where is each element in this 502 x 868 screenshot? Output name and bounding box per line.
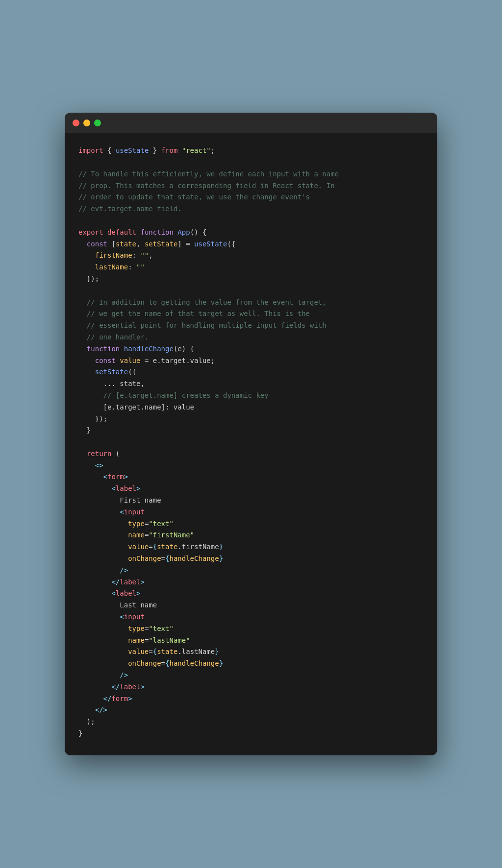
- code-editor-window: import { useState } from "react"; // To …: [65, 113, 437, 755]
- code-content: import { useState } from "react"; // To …: [65, 133, 437, 755]
- code-block: import { useState } from "react"; // To …: [78, 145, 424, 740]
- close-dot[interactable]: [73, 120, 79, 126]
- maximize-dot[interactable]: [94, 120, 101, 126]
- title-bar: [65, 113, 437, 133]
- minimize-dot[interactable]: [83, 120, 90, 126]
